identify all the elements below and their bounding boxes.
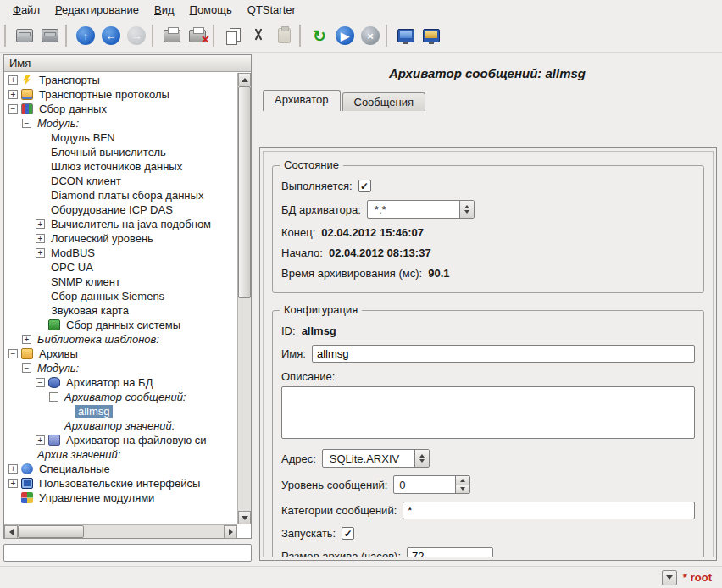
tree-item[interactable]: Звуковая карта bbox=[4, 303, 237, 318]
tree-item[interactable]: Управление модулями bbox=[4, 491, 237, 505]
expand-icon[interactable]: + bbox=[8, 90, 18, 99]
tree-item[interactable]: OPC UA bbox=[4, 260, 237, 275]
expand-icon[interactable]: + bbox=[36, 219, 45, 229]
archiver-db-combobox[interactable]: *.* bbox=[367, 200, 475, 219]
tree-item[interactable]: +Вычислитель на java подобном bbox=[4, 217, 237, 231]
running-checkbox[interactable]: ✓ bbox=[358, 180, 371, 192]
menu-item[interactable]: Файл bbox=[5, 1, 47, 19]
toolbar-handle[interactable] bbox=[152, 25, 156, 47]
cut-icon[interactable] bbox=[246, 23, 271, 48]
scroll-down-icon[interactable] bbox=[238, 511, 251, 524]
menu-item[interactable]: Вид bbox=[147, 1, 182, 19]
tree-item[interactable]: allmsg bbox=[4, 404, 237, 419]
scrollbar-thumb[interactable] bbox=[238, 86, 251, 298]
description-textarea[interactable] bbox=[281, 386, 695, 439]
expand-icon[interactable]: + bbox=[8, 75, 18, 85]
up-icon[interactable]: ↑ bbox=[73, 23, 98, 48]
toolbar-handle[interactable] bbox=[213, 25, 217, 47]
toolbar-handle[interactable] bbox=[4, 25, 8, 47]
tree-item[interactable]: −Модуль: bbox=[4, 361, 237, 375]
paste-icon[interactable] bbox=[271, 23, 297, 48]
tree-item[interactable]: Сбор данных системы bbox=[4, 318, 237, 332]
tree-item[interactable]: −Архиватор сообщений: bbox=[4, 390, 237, 404]
tree-item[interactable]: Архиватор значений: bbox=[4, 419, 237, 433]
tree-header[interactable]: Имя bbox=[4, 55, 251, 72]
tree-item[interactable]: +Пользовательские интерфейсы bbox=[4, 476, 237, 491]
expand-icon[interactable]: + bbox=[22, 335, 31, 344]
message-categories-input[interactable] bbox=[403, 502, 695, 519]
tree-item[interactable]: +ModBUS bbox=[4, 246, 237, 260]
user-icon[interactable] bbox=[419, 23, 444, 48]
tab-messages[interactable]: Сообщения bbox=[342, 92, 426, 111]
tree-vscrollbar[interactable] bbox=[237, 73, 251, 524]
address-combobox[interactable]: SQLite.ARXIV bbox=[322, 449, 430, 468]
stop-icon[interactable]: × bbox=[358, 23, 383, 48]
tree-hscrollbar[interactable] bbox=[4, 524, 237, 538]
scroll-up-icon[interactable] bbox=[238, 73, 251, 86]
expand-icon[interactable]: + bbox=[36, 234, 45, 243]
scrollbar-thumb[interactable] bbox=[18, 525, 84, 538]
menu-item[interactable]: Помощь bbox=[182, 1, 240, 19]
tree-item[interactable]: Модуль BFN bbox=[4, 130, 237, 145]
tree-item[interactable]: +Специальные bbox=[4, 462, 237, 476]
toolbar-handle[interactable] bbox=[65, 25, 69, 47]
tree-search-input[interactable] bbox=[3, 544, 252, 562]
tree-item[interactable]: Архив значений: bbox=[4, 447, 237, 462]
name-input[interactable] bbox=[312, 345, 695, 363]
spin-down-icon[interactable] bbox=[456, 485, 469, 494]
tree-item[interactable]: −Архивы bbox=[4, 347, 237, 361]
scroll-right-icon[interactable] bbox=[224, 525, 237, 539]
tree-item[interactable]: Diamond платы сбора данных bbox=[4, 188, 237, 202]
save-icon[interactable] bbox=[37, 23, 63, 48]
start-icon[interactable]: ▶ bbox=[332, 23, 358, 48]
scrollbar-track[interactable] bbox=[238, 86, 251, 511]
to-start-checkbox[interactable]: ✓ bbox=[342, 527, 354, 540]
expand-icon[interactable]: + bbox=[36, 248, 45, 258]
spin-up-icon[interactable] bbox=[456, 476, 469, 485]
tree-item[interactable]: Оборудование ICP DAS bbox=[4, 202, 237, 217]
delete-item-icon[interactable]: × bbox=[185, 23, 210, 48]
tree-item[interactable]: +Транспортные протоколы bbox=[4, 87, 237, 102]
copy-icon[interactable] bbox=[220, 23, 246, 48]
archive-size-input[interactable] bbox=[407, 547, 493, 557]
expand-icon[interactable]: + bbox=[8, 464, 18, 474]
user-dropdown[interactable] bbox=[662, 570, 677, 585]
toolbar-handle[interactable] bbox=[386, 25, 390, 47]
tree-item[interactable]: −Сбор данных bbox=[4, 102, 237, 116]
menu-item[interactable]: QTStarter bbox=[240, 1, 303, 19]
combobox-arrows-icon[interactable] bbox=[414, 450, 429, 467]
tree-item[interactable]: −Модуль: bbox=[4, 116, 237, 130]
tree-item[interactable]: +Библиотека шаблонов: bbox=[4, 332, 237, 347]
message-level-spinbox[interactable]: 0 bbox=[393, 475, 470, 494]
expand-icon[interactable]: + bbox=[36, 435, 45, 445]
expand-icon[interactable]: + bbox=[8, 479, 18, 488]
tree-item[interactable]: SNMP клиент bbox=[4, 275, 237, 289]
menu-item[interactable]: Редактирование bbox=[47, 1, 147, 19]
tree-item[interactable]: Сбор данных Siemens bbox=[4, 289, 237, 303]
load-icon[interactable] bbox=[12, 23, 37, 48]
tree-item[interactable]: Блочный вычислитель bbox=[4, 145, 237, 159]
current-user[interactable]: root bbox=[691, 571, 712, 584]
station-icon[interactable] bbox=[393, 23, 419, 48]
tree-item[interactable]: −Архиватор на БД bbox=[4, 375, 237, 390]
scrollbar-track[interactable] bbox=[18, 525, 224, 538]
collapse-icon[interactable]: − bbox=[8, 349, 18, 358]
collapse-icon[interactable]: − bbox=[49, 392, 58, 402]
tree-item[interactable]: DCON клиент bbox=[4, 174, 237, 188]
refresh-icon[interactable]: ↻ bbox=[307, 23, 332, 48]
collapse-icon[interactable]: − bbox=[36, 378, 45, 387]
tab-archiver[interactable]: Архиватор bbox=[263, 90, 341, 111]
scroll-left-icon[interactable] bbox=[4, 525, 18, 539]
add-item-icon[interactable] bbox=[159, 23, 185, 48]
forward-icon[interactable]: → bbox=[124, 23, 149, 48]
collapse-icon[interactable]: − bbox=[22, 119, 31, 128]
back-icon[interactable]: ← bbox=[98, 23, 124, 48]
tree-item[interactable]: +Логический уровень bbox=[4, 231, 237, 246]
collapse-icon[interactable]: − bbox=[22, 363, 31, 373]
toolbar-handle[interactable] bbox=[299, 25, 303, 47]
tree-item[interactable]: +Транспорты bbox=[4, 73, 237, 87]
tree-item[interactable]: +Архиватор на файловую си bbox=[4, 433, 237, 447]
combobox-arrows-icon[interactable] bbox=[459, 201, 474, 218]
collapse-icon[interactable]: − bbox=[8, 104, 18, 114]
tree-item[interactable]: Шлюз источников данных bbox=[4, 159, 237, 174]
